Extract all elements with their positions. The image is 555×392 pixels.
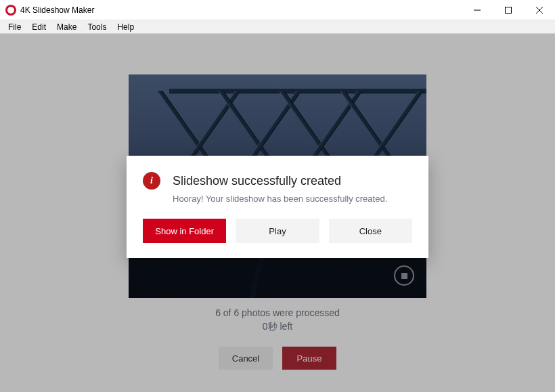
menu-help[interactable]: Help xyxy=(112,22,139,32)
maximize-button[interactable] xyxy=(493,0,524,20)
app-icon xyxy=(5,5,16,16)
dialog-title: Slideshow successfully created xyxy=(173,174,341,188)
menu-edit[interactable]: Edit xyxy=(26,22,51,32)
menu-make[interactable]: Make xyxy=(51,22,82,32)
play-button[interactable]: Play xyxy=(236,219,319,243)
close-icon xyxy=(536,7,543,14)
show-in-folder-button[interactable]: Show in Folder xyxy=(143,219,226,243)
maximize-icon xyxy=(505,7,512,14)
info-icon: i xyxy=(143,172,160,190)
menu-bar: File Edit Make Tools Help xyxy=(0,20,555,34)
menu-file[interactable]: File xyxy=(3,22,26,32)
success-dialog: i Slideshow successfully created Hooray!… xyxy=(127,156,428,258)
minimize-button[interactable] xyxy=(462,0,493,20)
menu-tools[interactable]: Tools xyxy=(82,22,112,32)
dialog-buttons: Show in Folder Play Close xyxy=(143,219,412,243)
dialog-subtitle: Hooray! Your slideshow has been successf… xyxy=(173,194,412,204)
minimize-icon xyxy=(474,7,481,14)
window-titlebar: 4K Slideshow Maker xyxy=(0,0,555,20)
window-title: 4K Slideshow Maker xyxy=(20,5,94,15)
close-window-button[interactable] xyxy=(524,0,555,20)
close-dialog-button[interactable]: Close xyxy=(329,219,412,243)
svg-rect-1 xyxy=(506,7,512,13)
